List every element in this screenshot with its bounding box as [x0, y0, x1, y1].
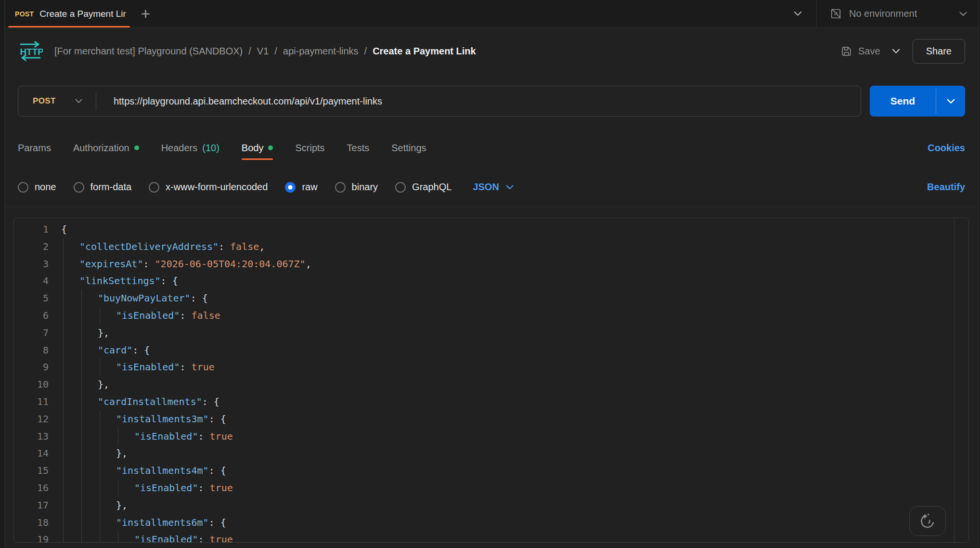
body-type-form-data[interactable]: form-data [74, 182, 132, 193]
breadcrumb-item[interactable]: api-payment-links [283, 46, 359, 57]
json-key: "card" [98, 344, 132, 356]
json-punctuation: }, [116, 447, 128, 459]
content-type-chevron-icon [506, 185, 514, 190]
line-number: 17 [14, 497, 49, 514]
code-line-content: "installments6m": { [61, 514, 954, 532]
indent-guide [100, 428, 100, 445]
environment-selector[interactable]: No environment [817, 0, 978, 27]
method-chevron-icon[interactable] [58, 99, 96, 104]
workspace: POST Create a Payment Link + No environm… [5, 0, 978, 548]
tab-params[interactable]: Params [18, 134, 51, 162]
breadcrumb-item[interactable]: V1 [257, 46, 269, 57]
code-line: 19"isEnabled": true [14, 531, 954, 542]
radio-label: binary [352, 182, 378, 193]
right-panel-edge [978, 0, 980, 548]
line-number: 1 [14, 221, 49, 238]
tab-scripts[interactable]: Scripts [295, 134, 324, 162]
indent-guide [63, 531, 64, 542]
tab-tests[interactable]: Tests [347, 134, 370, 162]
code-text: }, [116, 497, 128, 514]
code-line-content: "installments3m": { [61, 411, 954, 428]
share-button[interactable]: Share [913, 39, 965, 64]
cookies-link[interactable]: Cookies [928, 143, 965, 154]
request-tab[interactable]: POST Create a Payment Link [5, 0, 133, 27]
tab-label: Settings [391, 143, 426, 154]
json-value: false [192, 310, 220, 321]
line-number: 4 [14, 273, 49, 290]
method-selector[interactable]: POST [18, 96, 58, 106]
line-number: 7 [14, 325, 49, 342]
body-code-editor[interactable]: 1{2"collectDeliveryAddress": false,3"exp… [13, 218, 969, 543]
indent-guide [63, 325, 64, 342]
code-line: 16"isEnabled": true [14, 480, 954, 497]
request-tab-method: POST [15, 10, 34, 18]
json-value: true [210, 534, 233, 542]
json-key: "expiresAt" [79, 258, 143, 270]
send-button[interactable]: Send [870, 86, 936, 117]
line-number: 8 [14, 342, 49, 359]
radio-label: GraphQL [412, 182, 451, 193]
json-punctuation: : [198, 534, 209, 542]
body-type-none[interactable]: none [18, 182, 56, 193]
code-line: 14}, [14, 445, 954, 462]
content-type-selector[interactable]: JSON [473, 182, 513, 193]
json-punctuation: : { [209, 413, 226, 425]
line-number: 2 [14, 238, 49, 256]
indent-guide [118, 480, 118, 497]
url-input[interactable]: https://playground.api.beamcheckout.com/… [96, 96, 861, 107]
line-number: 18 [14, 514, 49, 532]
no-environment-icon [829, 7, 842, 20]
tab-count-badge: (10) [202, 143, 219, 154]
breadcrumb: [For merchant test] Playground (SANDBOX)… [54, 46, 476, 57]
line-number: 16 [14, 480, 49, 497]
indent-guide [81, 462, 82, 480]
breadcrumb-separator: / [248, 46, 251, 57]
beautify-link[interactable]: Beautify [927, 182, 965, 193]
body-type-graphql[interactable]: GraphQL [395, 182, 451, 193]
json-key: "linkSettings" [79, 275, 161, 287]
tab-label: Body [242, 143, 264, 154]
json-key: "collectDeliveryAddress" [79, 241, 219, 252]
new-tab-button[interactable]: + [133, 0, 158, 27]
code-line-content: "installments4m": { [61, 462, 954, 480]
body-type-x-www-form-urlencoded[interactable]: x-www-form-urlencoded [149, 182, 268, 193]
json-key: "isEnabled" [134, 431, 198, 442]
code-line: 11"cardInstallments": { [14, 393, 954, 411]
indent-guide [100, 480, 100, 497]
url-bar: POST https://playground.api.beamcheckout… [18, 86, 861, 117]
json-key: "installments6m" [116, 517, 209, 528]
tab-authorization[interactable]: Authorization [73, 134, 139, 162]
indent-guide [63, 238, 64, 256]
code-line: 12"installments3m": { [14, 411, 954, 428]
save-button[interactable]: Save [840, 45, 880, 57]
breadcrumb-item[interactable]: [For merchant test] Playground (SANDBOX) [54, 46, 243, 57]
body-type-raw[interactable]: raw [285, 182, 317, 193]
code-area[interactable]: 1{2"collectDeliveryAddress": false,3"exp… [14, 218, 954, 542]
tab-headers[interactable]: Headers(10) [161, 134, 219, 162]
postbot-button[interactable] [909, 506, 946, 536]
json-value: "2026-06-05T04:20:04.067Z" [155, 258, 306, 270]
save-options-chevron-icon[interactable] [880, 49, 913, 54]
tab-label: Scripts [295, 143, 324, 154]
editor-scrollbar[interactable] [954, 218, 968, 542]
radio-icon [285, 182, 296, 193]
send-options-chevron-icon[interactable] [936, 86, 965, 117]
json-value: true [210, 482, 233, 494]
json-key: "isEnabled" [134, 534, 198, 542]
indent-guide [81, 359, 82, 376]
code-line-content: }, [61, 325, 954, 342]
tab-settings[interactable]: Settings [391, 134, 426, 162]
line-number: 13 [14, 428, 49, 445]
request-tabs-row: ParamsAuthorizationHeaders(10)BodyScript… [5, 128, 978, 168]
indent-guide [63, 376, 64, 393]
tab-list-chevron-icon[interactable] [779, 0, 816, 27]
tab-body[interactable]: Body [242, 134, 273, 162]
code-text: }, [98, 376, 109, 393]
request-url-row: POST https://playground.api.beamcheckout… [5, 74, 978, 128]
body-type-binary[interactable]: binary [335, 182, 378, 193]
json-punctuation: : { [132, 344, 150, 356]
line-number: 6 [14, 307, 49, 325]
code-line-content: "isEnabled": true [61, 359, 954, 376]
postbot-sparkle-icon [919, 512, 936, 530]
json-key: "installments3m" [116, 413, 209, 425]
